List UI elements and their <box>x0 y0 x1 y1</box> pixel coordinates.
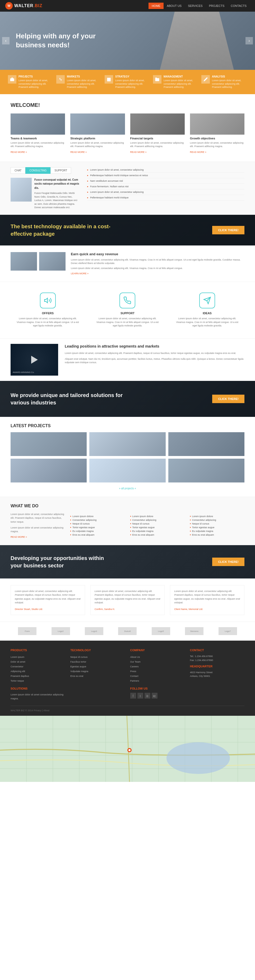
hero-next-button[interactable]: › <box>245 37 253 45</box>
tab-list-item: Fusce fermentum. Nullam varius nisi <box>87 184 244 189</box>
tab-support[interactable]: SUPPORT <box>51 167 71 174</box>
briefcase-icon <box>8 75 16 84</box>
industries-click-button[interactable]: CLICK THERE! <box>212 395 244 403</box>
footer-contact-heading: Contact <box>190 649 244 652</box>
hero-prev-button[interactable]: ‹ <box>2 37 10 45</box>
feature-strategy: STRATEGY Lorem ipsum dolor sit amet, con… <box>105 75 150 89</box>
footer-link[interactable]: Press <box>130 670 136 673</box>
what-read-more[interactable]: READ MORE » <box>11 536 27 538</box>
partner-logo-3: Logo3 <box>85 627 103 635</box>
industries-text1: We provide <box>11 392 40 398</box>
ideas-title: IDEAS <box>174 312 241 315</box>
opp-highlight: opportunities <box>53 555 87 561</box>
social-googleplus[interactable]: g+ <box>152 693 157 698</box>
financial-image <box>130 113 185 135</box>
footer-link[interactable]: Tortor neque <box>11 679 24 682</box>
social-linkedin[interactable]: in <box>144 693 150 698</box>
megaphone-icon <box>40 293 56 309</box>
footer-link[interactable]: Dolor sit amet <box>11 660 25 663</box>
footer-link[interactable]: Lorem ipsum <box>11 656 24 659</box>
support-card: SUPPORT Lorem ipsum dolor sit amet, cons… <box>90 289 165 332</box>
footer-link[interactable]: Adipiscing elit <box>11 670 25 673</box>
project-thumb-2[interactable] <box>89 432 165 456</box>
project-thumb-3[interactable] <box>168 432 244 456</box>
footer-link[interactable]: Partners <box>130 679 139 682</box>
revenue-learn-more[interactable]: LEARN MORE » <box>71 272 89 275</box>
tab-consulting[interactable]: CONSULTING <box>25 167 51 174</box>
nav-contacts[interactable]: CONTACTS <box>228 3 250 9</box>
video-heading: Leading positions in attractive segments… <box>65 344 244 349</box>
list-item: Lorem ipsum dolore <box>190 514 244 518</box>
project-thumb-5[interactable] <box>89 459 165 482</box>
footer-link[interactable]: Our Team <box>130 660 141 663</box>
what-col-2: Lorem ipsum dolore Consectetur adipiscin… <box>70 512 125 539</box>
footer-link[interactable]: Eros eu erat <box>70 675 83 678</box>
industries-text: We provide unique and tailored solutions… <box>11 391 143 406</box>
logos-bar-section: Form Logo2 Logo3 Dulcofi Logo5 Siemens L… <box>0 622 255 641</box>
tech-text-normal: The best <box>11 224 34 229</box>
tabs-section: CHAT CONSULTING SUPPORT Fusce consequat … <box>0 162 255 215</box>
video-thumbnail[interactable]: AWARD-WINNING Co. <box>11 344 58 375</box>
tab-list-item: Nam vestibulum accumsan nisl <box>87 178 244 184</box>
chart-icon <box>56 75 65 84</box>
footer-link[interactable]: Contact <box>130 675 138 678</box>
latest-projects-section: LATEST PROJECTS » all projects « <box>0 417 255 497</box>
opp-text1: Developing your <box>11 555 53 561</box>
project-thumb-6[interactable] <box>168 459 244 482</box>
ideas-card: IDEAS Lorem ipsum dolor sit amet, consec… <box>170 289 244 332</box>
footer-link[interactable]: Neque id cursus <box>70 656 87 659</box>
view-all-projects-link[interactable]: » all projects « <box>119 487 136 490</box>
video-desc2: Aliquam erat volutpat. Nam dui mi, tinci… <box>65 357 244 364</box>
footer-link[interactable]: Egestas augue <box>70 665 86 668</box>
revenue-heading: Earn quick and easy revenue <box>71 252 244 256</box>
list-item: Consectetur adipiscing <box>130 518 185 522</box>
nav-about[interactable]: ABOUT US <box>163 3 185 9</box>
tech-text-highlight: technology <box>34 224 62 229</box>
nav-home[interactable]: HOME <box>149 3 163 9</box>
welcome-heading: WELCOME! <box>11 102 244 108</box>
play-button[interactable] <box>31 356 38 364</box>
teams-read-more[interactable]: READ MORE » <box>11 151 27 153</box>
footer-link[interactable]: About Us <box>130 656 140 659</box>
footer-link[interactable]: Faucibus tortor <box>70 660 86 663</box>
footer-hq-address: 4823 Harmony Street Ankara, City 56901 <box>190 671 244 678</box>
footer-link[interactable]: Consectetur <box>11 665 24 668</box>
feature-projects: PROJECTS Lorem ipsum dolor sit amet, con… <box>8 75 54 89</box>
opp-text: Developing your opportunities within you… <box>11 554 116 569</box>
opp-click-button[interactable]: CLICK THERE! <box>212 558 244 566</box>
tab-body-title: Fusce consequat vulputat mi. Cum sociis … <box>34 178 79 189</box>
footer-link[interactable]: Careers <box>130 665 139 668</box>
financial-read-more[interactable]: READ MORE » <box>130 151 147 153</box>
footer-link[interactable]: Vulputate magna <box>70 670 88 673</box>
tab-list-item: Pellentesque habitant morbi tristique se… <box>87 173 244 178</box>
footer-solutions-text: Lorem ipsum dolor sit amet consectetur a… <box>11 693 65 700</box>
what-col-3: Lorem ipsum dolore Consectetur adipiscin… <box>130 512 185 539</box>
feature-analysis: ANALYSIS Lorem ipsum dolor sit amet, con… <box>201 75 247 89</box>
hero-heading: Helping with any of your business needs! <box>16 32 108 50</box>
offers-card: OFFERS Lorem ipsum dolor sit amet, conse… <box>11 289 85 332</box>
social-twitter[interactable]: t <box>138 693 143 698</box>
footer-col-technology: Technology Neque id cursus Faucibus tort… <box>70 649 125 700</box>
teams-image <box>11 113 65 135</box>
tech-click-button[interactable]: CLICK THERE! <box>212 226 244 234</box>
logo-icon: W <box>5 2 13 10</box>
project-thumb-1[interactable] <box>11 432 87 456</box>
video-desc1: Lorem ipsum dolor sit amet, consectetur … <box>65 352 244 355</box>
list-item: Neque id cursus <box>190 522 244 526</box>
footer-col-company: Company About Us Our Team Careers Press … <box>130 649 185 700</box>
growth-read-more[interactable]: READ MORE » <box>190 151 206 153</box>
logo-text: WALTER.BIZ <box>14 3 43 8</box>
nav-services[interactable]: SERVICES <box>185 3 206 9</box>
tab-chat[interactable]: CHAT <box>11 167 25 174</box>
social-facebook[interactable]: f <box>130 693 136 698</box>
strategic-read-more[interactable]: READ MORE » <box>70 151 87 153</box>
svg-point-23 <box>128 749 130 751</box>
nav-projects[interactable]: PROJECTS <box>206 3 228 9</box>
logo: W WALTER.BIZ <box>5 2 43 10</box>
footer-link[interactable]: Praesent dapibus <box>11 675 29 678</box>
partner-logo-2: Logo2 <box>52 627 70 635</box>
hero-section: ‹ Helping with any of your business need… <box>0 12 255 70</box>
feature-management: MANAGEMENT Lorem ipsum dolor sit amet, c… <box>153 75 199 89</box>
partner-logo-5: Logo5 <box>152 627 170 635</box>
project-thumb-4[interactable] <box>11 459 87 482</box>
